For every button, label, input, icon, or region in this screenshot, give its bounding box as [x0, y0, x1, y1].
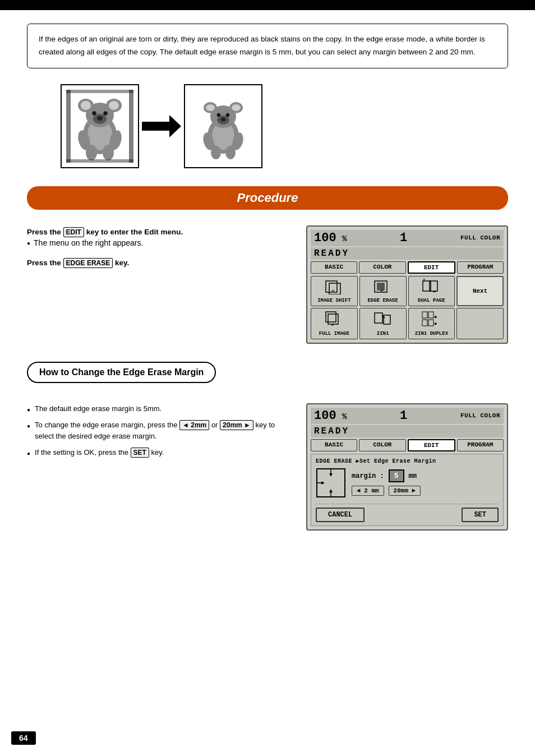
tab-program-1[interactable]: PROGRAM: [457, 261, 504, 274]
edge-erase-btn[interactable]: ↵ EDGE ERASE: [359, 276, 407, 306]
lcd-copies-value: 1: [400, 231, 407, 245]
svg-text:↵: ↵: [380, 288, 383, 293]
right-arrow: [142, 115, 181, 137]
next-label: Next: [473, 288, 487, 294]
lcd-copies-display-2: 1: [400, 409, 407, 423]
lcd-copies-value-2: 1: [400, 409, 407, 423]
svg-rect-54: [326, 312, 336, 322]
2mm-key[interactable]: ◄ 2mm: [179, 420, 209, 430]
svg-rect-62: [422, 320, 427, 326]
arrow-container: [139, 112, 184, 140]
tab-basic-1[interactable]: BASIC: [311, 261, 357, 274]
lcd-percent-value: 100: [314, 231, 336, 245]
tab-edit-1[interactable]: EDIT: [408, 261, 455, 274]
how-to-bullet-2: To change the edge erase margin, press t…: [35, 420, 289, 441]
2in1-label: 2IN1: [377, 331, 389, 336]
procedure-section: Press the EDIT key to enter the Edit men…: [27, 225, 508, 344]
edge-erase-panel-label: EDGE ERASE ▶Set Edge Erase Margin: [316, 458, 499, 464]
edge-erase-svg-icon: [316, 468, 346, 498]
edge-icon-group: [316, 468, 346, 498]
set-key-inline[interactable]: SET: [131, 448, 149, 458]
tab-color-2[interactable]: COLOR: [359, 439, 405, 451]
dual-page-btn[interactable]: ↵ 2 DUAL PAGE: [408, 276, 455, 306]
tab-basic-2[interactable]: BASIC: [311, 439, 357, 451]
svg-point-12: [104, 112, 107, 114]
2in1-btn[interactable]: 2IN1: [359, 308, 407, 339]
tab-edit-2[interactable]: EDIT: [408, 439, 455, 451]
20mm-btn[interactable]: 20mm ►: [389, 486, 421, 496]
edit-key[interactable]: EDIT: [63, 227, 84, 237]
lcd-full-color-2: FULL COLOR: [460, 412, 500, 419]
svg-point-38: [227, 114, 229, 116]
2mm-btn[interactable]: ◄ 2 mm: [352, 486, 384, 496]
20mm-key[interactable]: 20mm ►: [220, 420, 253, 430]
lcd-ready-1: READY: [311, 247, 504, 260]
next-btn[interactable]: Next: [456, 276, 504, 306]
lcd-panel-1: 100 % 1 FULL COLOR READY BASIC COLOR EDI…: [306, 225, 508, 344]
svg-point-16: [86, 145, 97, 160]
svg-point-43: [225, 146, 236, 159]
edge-erase-icon: ↵: [373, 279, 393, 297]
top-bar: [0, 0, 535, 10]
svg-point-42: [211, 146, 221, 159]
svg-point-7: [109, 101, 119, 110]
svg-text:↵: ↵: [331, 322, 334, 327]
cancel-button[interactable]: CANCEL: [316, 508, 365, 522]
lcd-tabs-1: BASIC COLOR EDIT PROGRAM: [311, 261, 504, 274]
lcd-percent-display-2: 100 %: [314, 409, 347, 423]
edge-erase-panel: EDGE ERASE ▶Set Edge Erase Margin: [311, 454, 504, 526]
2in1-duplex-label: 2IN1 DUPLEX: [415, 331, 448, 336]
before-image: [61, 84, 139, 168]
empty-btn: [456, 308, 504, 339]
how-to-title: How to Change the Edge Erase Margin: [39, 367, 204, 377]
lcd-panel-2: 100 % 1 FULL COLOR READY BASIC COLOR EDI…: [306, 403, 508, 531]
lcd-top-bar-2: 100 % 1 FULL COLOR: [311, 408, 504, 424]
image-shift-btn[interactable]: ↵ IMAGE SHIFT: [311, 276, 358, 306]
full-image-btn[interactable]: ↵ FULL IMAGE: [311, 308, 358, 339]
tab-color-1[interactable]: COLOR: [359, 261, 405, 274]
edge-erase-key[interactable]: EDGE ERASE: [63, 258, 113, 268]
info-box: If the edges of an original are torn or …: [27, 24, 508, 68]
lcd-tabs-2: BASIC COLOR EDIT PROGRAM: [311, 439, 504, 451]
lcd-row2: ↵ FULL IMAGE 2IN1: [311, 308, 504, 339]
svg-rect-24: [250, 90, 257, 163]
procedure-header: Procedure: [27, 186, 508, 210]
edge-erase-diagram: margin : 5 mm ◄ 2 mm 20mm ►: [316, 468, 499, 498]
full-image-label: FULL IMAGE: [319, 331, 349, 336]
svg-text:●: ●: [434, 321, 437, 327]
dual-page-label: DUAL PAGE: [418, 298, 445, 303]
lcd-action-buttons: CANCEL SET: [316, 504, 499, 522]
koala-before-svg: [66, 90, 133, 163]
how-to-section-header-wrap: How to Change the Edge Erase Margin: [27, 362, 508, 394]
how-to-list: The default edge erase margin is 5mm. To…: [27, 403, 289, 458]
margin-buttons-row: ◄ 2 mm 20mm ►: [352, 486, 499, 496]
margin-unit: mm: [409, 472, 417, 480]
svg-rect-60: [422, 312, 427, 318]
set-button[interactable]: SET: [462, 508, 499, 522]
procedure-instructions: Press the EDIT key to enter the Edit men…: [27, 225, 289, 344]
how-to-bullet-1: The default edge erase margin is 5mm.: [35, 403, 162, 414]
2in1-icon: [373, 311, 393, 330]
koala-after-svg: [190, 90, 257, 163]
svg-rect-26: [190, 157, 257, 163]
margin-label: margin :: [352, 472, 384, 480]
svg-point-32: [206, 104, 215, 111]
svg-point-13: [97, 116, 103, 121]
svg-marker-70: [329, 489, 333, 492]
demo-images-container: [27, 84, 508, 168]
lcd-percent-value-2: 100: [314, 409, 336, 423]
svg-text:●: ●: [434, 315, 437, 320]
2in1-duplex-btn[interactable]: ● ● 2IN1 DUPLEX: [408, 308, 455, 339]
page-number: 64: [11, 731, 36, 745]
20mm-btn-label: 20mm ►: [394, 487, 416, 494]
svg-rect-63: [428, 320, 433, 326]
margin-controls: margin : 5 mm ◄ 2 mm 20mm ►: [352, 469, 499, 496]
image-shift-icon: ↵: [325, 279, 344, 297]
svg-rect-21: [66, 159, 133, 163]
svg-rect-25: [190, 90, 257, 95]
svg-rect-57: [375, 313, 382, 323]
svg-rect-20: [66, 90, 133, 93]
how-to-text: The default edge erase margin is 5mm. To…: [27, 403, 289, 531]
tab-program-2[interactable]: PROGRAM: [457, 439, 504, 451]
2mm-btn-label: ◄ 2 mm: [357, 487, 379, 494]
